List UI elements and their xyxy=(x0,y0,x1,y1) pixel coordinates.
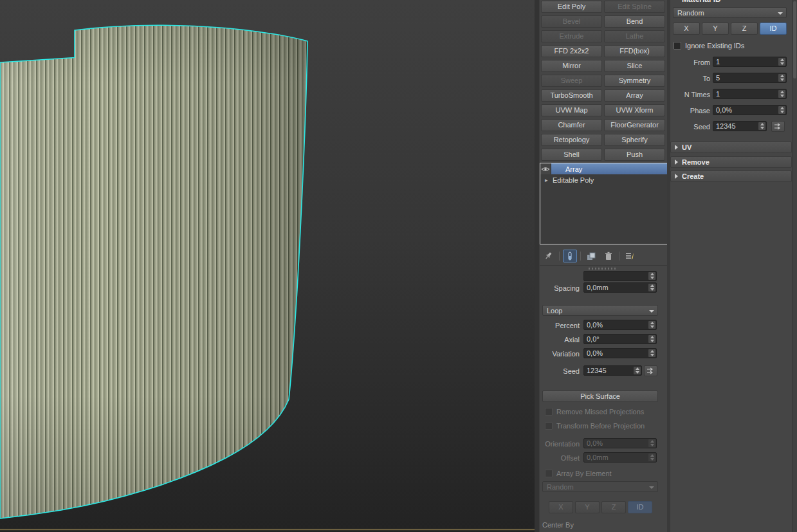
modifier-button-lathe[interactable]: Lathe xyxy=(604,30,665,42)
element-random-value: Random xyxy=(547,483,574,491)
pick-surface-button[interactable]: Pick Surface xyxy=(542,390,658,402)
material-seed-field[interactable]: 12345 xyxy=(713,121,767,131)
material-axis-y-button[interactable]: Y xyxy=(702,23,729,35)
randomize-shuffle-icon xyxy=(774,123,782,130)
rollout-remove[interactable]: Remove xyxy=(670,156,792,168)
modifier-button-turbosmooth[interactable]: TurboSmooth xyxy=(541,89,602,102)
n-times-field[interactable]: 1 xyxy=(713,89,787,99)
rollout-label: UV xyxy=(682,143,692,151)
pin-stack-button[interactable] xyxy=(542,250,556,262)
checkbox-label: Transform Before Projection xyxy=(556,422,645,430)
modifier-button-floorgenerator[interactable]: FloorGenerator xyxy=(604,119,665,131)
modifier-button-uvw-xform[interactable]: UVW Xform xyxy=(604,104,665,116)
modifier-button-mirror[interactable]: Mirror xyxy=(541,60,602,72)
array-by-element-checkbox[interactable]: Array By Element xyxy=(545,469,612,478)
from-field[interactable]: 1 xyxy=(713,57,787,67)
chevron-right-icon xyxy=(675,174,678,179)
phase-label: Phase xyxy=(669,107,710,115)
checkbox-label: Array By Element xyxy=(556,470,612,477)
modifier-button-push[interactable]: Push xyxy=(604,149,665,161)
checkbox-icon xyxy=(545,470,553,477)
randomize-seed-button[interactable] xyxy=(644,365,657,376)
orientation-spinner xyxy=(648,439,655,447)
remove-missed-projections-checkbox[interactable]: Remove Missed Projections xyxy=(545,407,644,416)
ignore-existing-ids-checkbox[interactable]: Ignore Existing IDs xyxy=(673,41,744,50)
modifier-button-ffd-2x2x2[interactable]: FFD 2x2x2 xyxy=(541,45,602,57)
toolbar-separator xyxy=(559,252,560,261)
viewport-3d[interactable] xyxy=(0,0,535,532)
pin-stack-icon xyxy=(544,252,553,261)
axial-field[interactable]: 0,0° xyxy=(583,334,657,344)
modifier-button-symmetry[interactable]: Symmetry xyxy=(604,75,665,87)
modifier-button-bend[interactable]: Bend xyxy=(604,15,665,28)
loop-dropdown[interactable]: Loop xyxy=(542,305,658,316)
visibility-eye-icon[interactable] xyxy=(540,163,551,174)
checkbox-icon xyxy=(545,408,553,416)
variation-spinner[interactable] xyxy=(648,349,655,357)
axial-spinner[interactable] xyxy=(648,335,655,343)
material-axis-x-button[interactable]: X xyxy=(673,23,700,35)
modifier-button-extrude[interactable]: Extrude xyxy=(541,30,602,42)
modifier-button-edit-poly[interactable]: Edit Poly xyxy=(541,1,602,13)
scrollbar-thumb[interactable] xyxy=(793,1,796,78)
n-times-spinner[interactable] xyxy=(778,90,785,98)
transform-before-projection-checkbox[interactable]: Transform Before Projection xyxy=(545,421,645,430)
material-axis-z-button[interactable]: Z xyxy=(731,23,758,35)
modifier-button-spherify[interactable]: Spherify xyxy=(604,134,665,146)
rollout-create[interactable]: Create xyxy=(670,170,792,182)
seed-spinner[interactable] xyxy=(634,367,641,374)
make-unique-button[interactable] xyxy=(584,250,598,262)
from-spinner[interactable] xyxy=(778,58,785,66)
seed-value: 12345 xyxy=(587,367,607,374)
trash-icon xyxy=(605,252,612,261)
rollout-scroll-handle[interactable] xyxy=(589,268,616,270)
center-by-label: Center By xyxy=(542,521,574,529)
modifier-button-shell[interactable]: Shell xyxy=(541,149,602,161)
material-id-header[interactable]: Material ID xyxy=(682,0,721,4)
spacing-field[interactable]: 0,0mm xyxy=(583,282,657,293)
viewport-canvas xyxy=(0,0,535,532)
modifier-button-slice[interactable]: Slice xyxy=(604,60,665,72)
phase-field[interactable]: 0,0% xyxy=(713,105,787,115)
modifier-button-chamfer[interactable]: Chamfer xyxy=(541,119,602,131)
seed-field[interactable]: 12345 xyxy=(583,365,642,376)
percent-value: 0,0% xyxy=(587,321,603,329)
clipped-top-field[interactable] xyxy=(583,271,657,281)
rollout-uv[interactable]: UV xyxy=(670,142,792,153)
modifier-button-uvw-map[interactable]: UVW Map xyxy=(541,104,602,116)
expand-chevron-icon[interactable]: ▸ xyxy=(545,177,551,183)
material-id-mode-dropdown[interactable]: Random xyxy=(673,7,787,18)
viewport-panel-divider xyxy=(535,0,540,532)
percent-field[interactable]: 0,0% xyxy=(583,320,657,330)
material-axis-id-button[interactable]: ID xyxy=(760,23,787,35)
toolbar-separator xyxy=(619,252,619,261)
panel-scrollbar[interactable] xyxy=(792,0,797,532)
remove-modifier-button[interactable] xyxy=(601,250,616,262)
element-axis-x-button: X xyxy=(549,501,573,513)
stack-item-editable-poly[interactable]: ▸ Editable Poly xyxy=(540,174,667,185)
material-randomize-seed-button[interactable] xyxy=(771,121,785,132)
material-seed-spinner[interactable] xyxy=(758,122,765,130)
spinner[interactable] xyxy=(648,272,655,280)
percent-spinner[interactable] xyxy=(648,321,655,329)
show-end-result-button[interactable] xyxy=(563,250,577,262)
modifier-button-edit-spline[interactable]: Edit Spline xyxy=(604,1,665,13)
modifier-button-sweep[interactable]: Sweep xyxy=(541,75,602,87)
phase-value: 0,0% xyxy=(716,106,732,114)
variation-field[interactable]: 0,0% xyxy=(583,348,657,358)
phase-spinner[interactable] xyxy=(778,106,785,114)
to-spinner[interactable] xyxy=(778,74,785,82)
modifier-button-bevel[interactable]: Bevel xyxy=(541,15,602,28)
offset-value: 0,0mm xyxy=(587,454,609,461)
spacing-spinner[interactable] xyxy=(648,284,655,291)
material-seed-value: 12345 xyxy=(716,122,736,130)
modifier-stack-list[interactable]: Array ▸ Editable Poly xyxy=(540,163,668,244)
modifier-button-ffd-box[interactable]: FFD(box) xyxy=(604,45,665,57)
to-field[interactable]: 5 xyxy=(713,73,787,83)
element-axis-y-button: Y xyxy=(575,501,600,513)
configure-modifier-sets-button[interactable] xyxy=(623,250,637,262)
stack-item-array[interactable]: Array xyxy=(540,163,667,174)
modifier-button-retopology[interactable]: Retopology xyxy=(541,134,602,146)
modifier-button-array[interactable]: Array xyxy=(604,89,665,102)
rollout-label: Remove xyxy=(682,158,710,166)
